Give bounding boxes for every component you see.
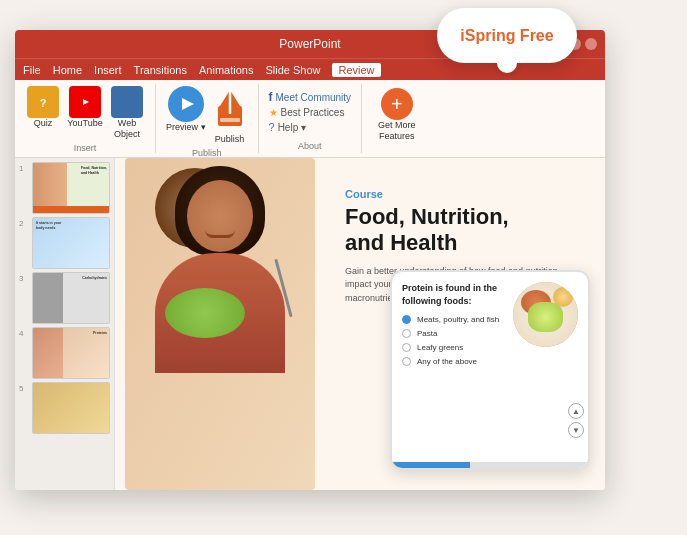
close-button[interactable] xyxy=(585,38,597,50)
publish-icon xyxy=(212,86,248,134)
ribbon-group-insert: ? Quiz YouTube WebObject Insert xyxy=(15,84,156,153)
ribbon-group-getmore: + Get MoreFeatures xyxy=(362,84,432,153)
menu-transitions[interactable]: Transitions xyxy=(134,64,187,76)
best-practices-label: Best Practices xyxy=(281,107,345,118)
svg-text:?: ? xyxy=(40,97,47,109)
slide-image-2: It starts in yourbody needs xyxy=(32,217,110,269)
youtube-label: YouTube xyxy=(67,118,102,129)
option-label-2: Pasta xyxy=(417,329,437,338)
slide-number-5: 5 xyxy=(19,384,29,393)
meet-community-button[interactable]: f Meet Community xyxy=(269,90,352,104)
preview-button[interactable]: Preview ▾ xyxy=(166,86,206,133)
option-label-4: Any of the above xyxy=(417,357,477,366)
phone-option-3: Leafy greens xyxy=(402,343,507,352)
publish-group-label: Publish xyxy=(192,145,222,158)
web-object-button[interactable]: WebObject xyxy=(109,86,145,140)
insert-group-label: Insert xyxy=(74,140,97,153)
svg-rect-12 xyxy=(220,118,240,122)
slide-panel: 1 Food, Nutrition,and Health 2 It starts… xyxy=(15,158,115,490)
slide-content: Course Food, Nutrition,and Health Gain a… xyxy=(115,158,605,490)
quiz-label: Quiz xyxy=(34,118,53,129)
youtube-button[interactable]: YouTube xyxy=(67,86,103,129)
radio-option-2[interactable] xyxy=(402,329,411,338)
publish-buttons: Preview ▾ Publish xyxy=(166,86,248,145)
menu-home[interactable]: Home xyxy=(53,64,82,76)
slide-number-3: 3 xyxy=(19,274,29,283)
radio-option-1[interactable] xyxy=(402,315,411,324)
slide-image-4: Proteins xyxy=(32,327,110,379)
phone-down-arrow[interactable]: ▼ xyxy=(568,422,584,438)
woman-image xyxy=(125,158,315,490)
phone-option-2: Pasta xyxy=(402,329,507,338)
phone-content: Protein is found in the following foods:… xyxy=(392,272,588,381)
phone-option-4: Any of the above xyxy=(402,357,507,366)
powerpoint-window: PowerPoint File Home Insert Transitions … xyxy=(15,30,605,490)
web-object-label: WebObject xyxy=(114,118,140,140)
publish-button[interactable]: Publish xyxy=(212,86,248,145)
best-practices-button[interactable]: ★ Best Practices xyxy=(269,107,352,118)
main-slide-view: Course Food, Nutrition,and Health Gain a… xyxy=(115,158,605,490)
radio-option-3[interactable] xyxy=(402,343,411,352)
ribbon: ? Quiz YouTube WebObject Insert xyxy=(15,80,605,158)
slide-thumb-4[interactable]: 4 Proteins xyxy=(19,327,110,379)
about-items: f Meet Community ★ Best Practices ? Help… xyxy=(269,86,352,137)
course-label: Course xyxy=(345,188,585,200)
about-group-label: About xyxy=(298,138,322,151)
slide-number-4: 4 xyxy=(19,329,29,338)
ispring-badge-label: iSpring Free xyxy=(460,27,553,45)
window-title: PowerPoint xyxy=(279,37,340,51)
preview-label: Preview ▾ xyxy=(166,122,206,133)
phone-question: Protein is found in the following foods: xyxy=(402,282,507,307)
ribbon-group-publish: Preview ▾ Publish Publish xyxy=(156,84,259,153)
slide-image-5 xyxy=(32,382,110,434)
help-circle-icon: ? xyxy=(269,121,275,133)
menu-insert[interactable]: Insert xyxy=(94,64,122,76)
star-icon: ★ xyxy=(269,107,278,118)
phone-nav-arrows: ▲ ▼ xyxy=(568,403,584,438)
plus-icon: + xyxy=(381,88,413,120)
menu-file[interactable]: File xyxy=(23,64,41,76)
insert-buttons: ? Quiz YouTube WebObject xyxy=(25,86,145,140)
menu-review[interactable]: Review xyxy=(332,63,380,77)
slide-thumb-2[interactable]: 2 It starts in yourbody needs xyxy=(19,217,110,269)
phone-option-1: Meats, poultry, and fish xyxy=(402,315,507,324)
phone-progress-bar xyxy=(392,462,588,468)
menu-slideshow[interactable]: Slide Show xyxy=(265,64,320,76)
help-label: Help ▾ xyxy=(278,122,306,133)
ispring-badge: iSpring Free xyxy=(437,8,577,63)
menu-animations[interactable]: Animations xyxy=(199,64,253,76)
content-area: 1 Food, Nutrition,and Health 2 It starts… xyxy=(15,158,605,490)
option-label-1: Meats, poultry, and fish xyxy=(417,315,499,324)
publish-label: Publish xyxy=(215,134,245,145)
slide-thumb-5[interactable]: 5 xyxy=(19,382,110,434)
preview-icon xyxy=(168,86,204,122)
slide-number-2: 2 xyxy=(19,219,29,228)
meet-community-label: Meet Community xyxy=(276,92,352,103)
slide-number-1: 1 xyxy=(19,164,29,173)
get-more-features-button[interactable]: + Get MoreFeatures xyxy=(372,86,422,144)
phone-mockup: Protein is found in the following foods:… xyxy=(390,270,590,470)
phone-progress-fill xyxy=(392,462,470,468)
youtube-icon xyxy=(69,86,101,118)
facebook-icon: f xyxy=(269,90,273,104)
ribbon-group-about: f Meet Community ★ Best Practices ? Help… xyxy=(259,84,363,153)
web-object-icon xyxy=(111,86,143,118)
slide-thumb-1[interactable]: 1 Food, Nutrition,and Health xyxy=(19,162,110,214)
get-more-label: Get MoreFeatures xyxy=(378,120,416,142)
option-label-3: Leafy greens xyxy=(417,343,463,352)
phone-up-arrow[interactable]: ▲ xyxy=(568,403,584,419)
radio-option-4[interactable] xyxy=(402,357,411,366)
quiz-button[interactable]: ? Quiz xyxy=(25,86,61,129)
slide-title: Food, Nutrition,and Health xyxy=(345,204,585,257)
slide-image-1: Food, Nutrition,and Health xyxy=(32,162,110,214)
quiz-icon: ? xyxy=(27,86,59,118)
slide-thumb-3[interactable]: 3 Carbohydrates xyxy=(19,272,110,324)
slide-image-3: Carbohydrates xyxy=(32,272,110,324)
help-button[interactable]: ? Help ▾ xyxy=(269,121,352,133)
